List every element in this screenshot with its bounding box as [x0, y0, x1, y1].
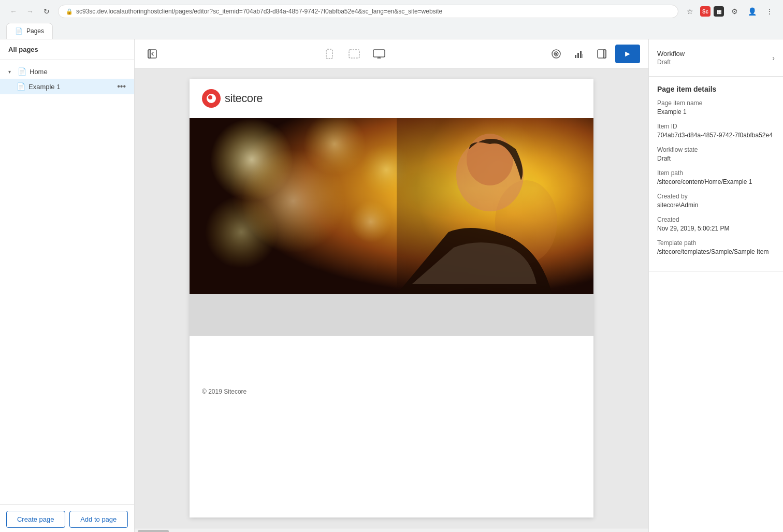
detail-label: Item ID — [657, 123, 775, 130]
mobile-view-button[interactable] — [318, 45, 341, 63]
browser-right-icons: ☆ Sc ▦ ⚙ 👤 ⋮ — [683, 4, 777, 19]
home-page-icon: 📄 — [18, 67, 26, 76]
tree-item-example1[interactable]: 📄 Example 1 ••• — [0, 79, 134, 94]
page-canvas: sitecore — [190, 79, 593, 517]
preview-button[interactable] — [547, 45, 566, 63]
svg-rect-12 — [603, 50, 606, 58]
account-icon[interactable]: 👤 — [745, 4, 759, 19]
svg-point-6 — [555, 53, 557, 55]
desktop-view-button[interactable] — [368, 45, 390, 63]
tab-label: Pages — [26, 27, 44, 35]
collapse-panel-button[interactable] — [143, 45, 162, 63]
ext-grid-icon[interactable]: ▦ — [714, 6, 724, 17]
content-placeholder — [190, 294, 593, 336]
add-to-page-button[interactable]: Add to page — [69, 511, 128, 528]
nav-buttons: ← → ↻ — [6, 4, 54, 19]
analytics-button[interactable] — [570, 45, 588, 63]
sitecore-logo: sitecore — [202, 89, 581, 108]
detail-item: Page item nameExample 1 — [657, 99, 775, 116]
detail-label: Created — [657, 216, 775, 223]
bottom-scrollbar[interactable] — [135, 528, 648, 532]
svg-rect-4 — [373, 50, 385, 57]
detail-value: 704ab7d3-d84a-4857-9742-7f0abfba52e4 — [657, 132, 775, 139]
toolbar-left — [143, 45, 162, 63]
expand-icon: ▾ — [8, 69, 15, 75]
footer-text: © 2019 Sitecore — [190, 378, 593, 406]
detail-item: Template path/sitecore/templates/Sample/… — [657, 239, 775, 255]
detail-label: Item path — [657, 169, 775, 177]
svg-rect-10 — [583, 54, 583, 58]
refresh-button[interactable]: ↻ — [39, 4, 54, 19]
lock-icon: 🔒 — [66, 8, 73, 15]
svg-rect-7 — [575, 55, 576, 58]
detail-item: Created bysitecore\Admin — [657, 193, 775, 209]
svg-rect-3 — [349, 50, 359, 58]
address-text: sc93sc.dev.localauthoringhostclient/page… — [76, 8, 671, 15]
sidebar-tree: ▾ 📄 Home 📄 Example 1 ••• — [0, 60, 134, 504]
tree-item-home[interactable]: ▾ 📄 Home — [0, 64, 134, 79]
detail-value: /sitecore/templates/Sample/Sample Item — [657, 248, 775, 255]
app-container: All pages ▾ 📄 Home 📄 Example 1 ••• Creat… — [0, 39, 783, 532]
tab-favicon: 📄 — [15, 27, 22, 35]
detail-item: Item path/sitecore/content/Home/Example … — [657, 169, 775, 185]
left-sidebar: All pages ▾ 📄 Home 📄 Example 1 ••• Creat… — [0, 39, 135, 532]
sidebar-footer: Create page Add to page — [0, 504, 134, 532]
page-item-details-section: Page item details Page item nameExample … — [649, 77, 783, 271]
svg-rect-9 — [580, 51, 582, 58]
detail-label: Page item name — [657, 99, 775, 107]
logo-circle — [202, 89, 221, 108]
svg-rect-2 — [326, 49, 332, 59]
sidebar-title: All pages — [8, 46, 126, 53]
workflow-row[interactable]: Workflow Draft › — [657, 48, 775, 68]
star-icon[interactable]: ☆ — [683, 4, 697, 19]
back-button[interactable]: ← — [6, 4, 21, 19]
logo-inner — [207, 94, 216, 103]
workflow-section: Workflow Draft › — [649, 39, 783, 77]
detail-label: Created by — [657, 193, 775, 200]
settings-icon[interactable]: ⚙ — [727, 4, 742, 19]
url-rest: /pages/editor?sc_itemid=704ab7d3-d84a-48… — [173, 8, 442, 15]
toggle-panel-button[interactable] — [592, 45, 611, 63]
url-highlight: sc93sc.dev.localauthoringhostclient — [76, 8, 173, 15]
svg-point-17 — [205, 196, 278, 268]
pages-tab[interactable]: 📄 Pages — [6, 23, 53, 39]
example1-label: Example 1 — [28, 83, 114, 91]
details-title: Page item details — [657, 85, 775, 93]
example1-more-button[interactable]: ••• — [117, 82, 126, 91]
detail-label: Workflow state — [657, 146, 775, 153]
hero-svg — [190, 118, 593, 294]
detail-value: /sitecore/content/Home/Example 1 — [657, 178, 775, 185]
svg-rect-8 — [577, 53, 579, 58]
more-icon[interactable]: ⋮ — [762, 4, 777, 19]
create-page-button[interactable]: Create page — [6, 511, 65, 528]
svg-rect-1 — [148, 50, 151, 58]
ext-sitecore-icon[interactable]: Sc — [700, 6, 711, 17]
canvas-header: sitecore — [190, 79, 593, 118]
detail-item: Item ID704ab7d3-d84a-4857-9742-7f0abfba5… — [657, 123, 775, 139]
workflow-label: Workflow — [657, 50, 685, 57]
svg-point-19 — [350, 201, 392, 242]
detail-item: Workflow stateDraft — [657, 146, 775, 162]
details-container: Page item nameExample 1Item ID704ab7d3-d… — [657, 99, 775, 255]
main-content: ► sitecore — [135, 39, 648, 532]
detail-value: Draft — [657, 155, 775, 162]
scroll-thumb[interactable] — [138, 530, 169, 533]
toolbar-right: ► — [547, 45, 640, 63]
example1-page-icon: 📄 — [17, 82, 25, 91]
detail-value: sitecore\Admin — [657, 202, 775, 209]
browser-chrome: ← → ↻ 🔒 sc93sc.dev.localauthoringhostcli… — [0, 0, 783, 39]
toolbar-center — [318, 45, 390, 63]
tablet-view-button[interactable] — [343, 45, 366, 63]
navigate-forward-button[interactable]: ► — [615, 45, 640, 63]
address-bar[interactable]: 🔒 sc93sc.dev.localauthoringhostclient/pa… — [58, 5, 678, 18]
detail-value: Example 1 — [657, 108, 775, 116]
canvas-wrapper: sitecore — [135, 68, 648, 528]
detail-label: Template path — [657, 239, 775, 247]
browser-toolbar: ← → ↻ 🔒 sc93sc.dev.localauthoringhostcli… — [0, 0, 783, 23]
forward-button[interactable]: → — [23, 4, 37, 19]
workflow-content: Workflow Draft — [657, 50, 685, 66]
detail-item: CreatedNov 29, 2019, 5:00:21 PM — [657, 216, 775, 232]
detail-value: Nov 29, 2019, 5:00:21 PM — [657, 225, 775, 232]
workflow-chevron-icon: › — [772, 54, 775, 62]
tab-bar: 📄 Pages — [0, 23, 783, 39]
